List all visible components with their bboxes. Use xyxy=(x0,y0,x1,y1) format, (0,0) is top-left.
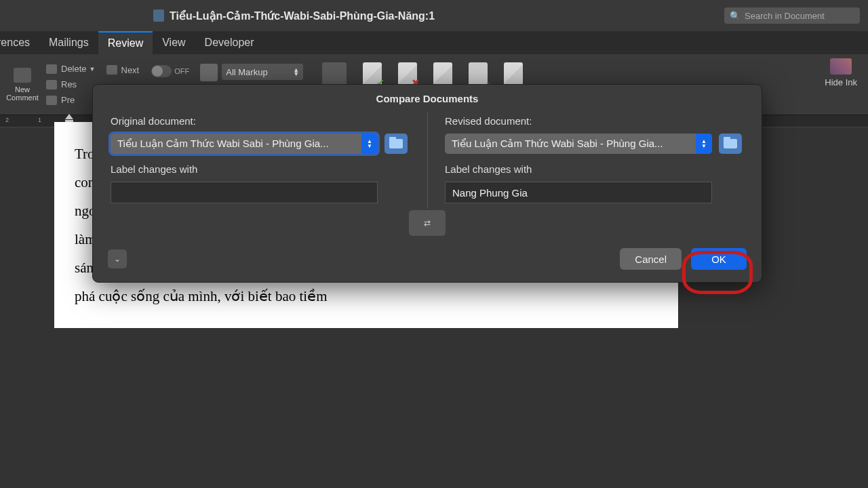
next-icon xyxy=(106,65,117,75)
ok-button[interactable]: OK xyxy=(691,248,747,270)
resolve-button[interactable]: Res xyxy=(46,77,96,92)
chevron-down-icon: ⌄ xyxy=(114,254,121,264)
tab-mailings[interactable]: Mailings xyxy=(39,31,98,54)
original-author-input[interactable] xyxy=(111,182,378,203)
stepper-icon: ▲▼ xyxy=(361,134,378,154)
tab-developer[interactable]: Developer xyxy=(195,31,264,54)
compare-documents-dialog: Compare Documents Original document: Tiể… xyxy=(92,84,762,283)
revised-browse-button[interactable] xyxy=(719,134,742,154)
reviewing-pane-button[interactable] xyxy=(322,62,347,87)
resolve-icon xyxy=(46,80,57,89)
stepper-icon: ▲▼ xyxy=(696,134,712,154)
revised-label-changes-label: Label changes with xyxy=(445,163,744,175)
protect-button[interactable] xyxy=(504,62,523,87)
revised-author-input[interactable] xyxy=(445,182,712,203)
ribbon-tabs: rences Mailings Review View Developer xyxy=(0,31,868,54)
original-document-select[interactable]: Tiểu Luận Cảm Thức Wabi Sabi - Phùng Gia… xyxy=(111,134,378,154)
folder-icon xyxy=(389,139,403,148)
reject-button[interactable]: ✖ xyxy=(398,62,417,87)
tab-references[interactable]: rences xyxy=(0,31,39,54)
original-browse-button[interactable] xyxy=(384,134,408,154)
revised-document-select[interactable]: Tiểu Luận Cảm Thức Wabi Sabi - Phùng Gia… xyxy=(445,134,712,154)
swap-icon: ⇄ xyxy=(424,220,431,226)
previous-icon xyxy=(46,96,57,105)
previous-change-button[interactable] xyxy=(433,62,452,87)
dialog-title: Compare Documents xyxy=(93,85,762,113)
new-comment-button[interactable]: New Comment xyxy=(3,58,42,110)
accept-button[interactable]: ✔ xyxy=(363,62,382,87)
comment-icon xyxy=(14,68,31,83)
markup-select[interactable]: All Markup ▲▼ xyxy=(222,64,303,80)
tracking-icon xyxy=(200,64,218,81)
track-changes-toggle[interactable]: OFF xyxy=(151,65,189,77)
cancel-button[interactable]: Cancel xyxy=(620,248,682,270)
divider xyxy=(427,113,428,209)
swap-button[interactable]: ⇄ xyxy=(409,210,446,236)
previous-button[interactable]: Pre xyxy=(46,93,96,108)
search-icon: 🔍 xyxy=(730,11,741,21)
original-label-changes-label: Label changes with xyxy=(111,163,410,175)
tab-review[interactable]: Review xyxy=(98,31,153,54)
stepper-icon: ▲▼ xyxy=(293,68,299,76)
delete-comment-button[interactable]: Delete▼ xyxy=(46,62,96,77)
search-input[interactable]: 🔍 Search in Document xyxy=(724,7,860,24)
document-icon xyxy=(153,9,164,22)
hide-ink-button[interactable]: Hide Ink xyxy=(825,58,857,110)
compare-button[interactable]: ≡ xyxy=(469,62,488,87)
tab-view[interactable]: View xyxy=(153,31,195,54)
search-placeholder: Search in Document xyxy=(745,11,825,21)
folder-icon xyxy=(724,139,737,148)
delete-icon xyxy=(46,64,57,74)
titlebar: Tiểu-Luận-Cảm-Thức-Wabi-Sabi-Phùng-Gia-N… xyxy=(0,0,868,31)
next-button[interactable]: Next xyxy=(106,62,140,77)
revised-document-label: Revised document: xyxy=(445,115,744,127)
original-document-label: Original document: xyxy=(111,115,410,127)
document-title: Tiểu-Luận-Cảm-Thức-Wabi-Sabi-Phùng-Gia-N… xyxy=(170,9,435,22)
ink-icon xyxy=(830,58,852,75)
expand-options-button[interactable]: ⌄ xyxy=(108,249,127,268)
